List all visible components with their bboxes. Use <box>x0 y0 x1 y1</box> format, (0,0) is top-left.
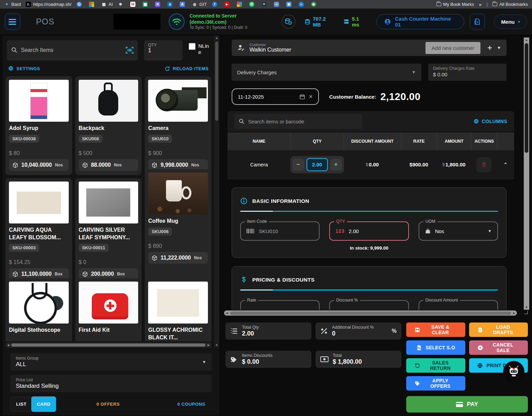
product-card[interactable]: Adol Syrup SKU-00038 $ 80 10,040.0000 No… <box>5 76 72 175</box>
bookmark-item[interactable]: M <box>130 2 137 7</box>
bookmark-item[interactable]: ✆ <box>249 2 256 7</box>
sale-date-field[interactable]: 11-12-2025 ✕ <box>232 88 319 105</box>
view-list-toggle[interactable]: LIST <box>10 397 32 412</box>
bookmark-item[interactable]: f <box>212 2 219 7</box>
scroll-right-arrow[interactable]: ► <box>207 343 210 347</box>
my-bookmarks-folder[interactable]: My Book Marks <box>436 2 474 7</box>
bookmark-item[interactable]: ◉ <box>286 2 293 7</box>
bookmark-item[interactable]: ▶ <box>224 2 232 7</box>
bookmark-item[interactable]: o <box>167 2 175 7</box>
discount-percent-field[interactable]: Discount % <box>329 300 409 310</box>
scroll-left-arrow[interactable]: ◄ <box>225 311 229 315</box>
bookmark-item[interactable]: ▼ <box>299 2 306 7</box>
product-card[interactable]: CARVING SILVER LEAF SYMPHONY... SKU-0001… <box>75 178 142 284</box>
bookmark-item[interactable]: r. https://roadmap.sh/ <box>26 2 71 7</box>
reload-items-button[interactable]: RELOAD ITEMS <box>165 66 209 72</box>
sales-return-button[interactable]: SALES RETURN <box>406 358 465 373</box>
scroll-up-arrow[interactable]: ▲ <box>525 38 528 42</box>
bookmark-item[interactable]: ✾ <box>118 2 125 7</box>
bookmark-item[interactable] <box>237 2 244 7</box>
item-search-box[interactable] <box>7 40 138 60</box>
delivery-charges-rate-field[interactable]: Delivery Charges Rate $ 0.00 <box>428 64 507 81</box>
cancel-sale-button[interactable]: CANCEL SALE <box>469 340 528 355</box>
product-card[interactable]: Backpack SKU008 $ 500 88.0000 Nos <box>75 76 142 175</box>
cash-counter-selector[interactable]: Cash Counter Machine 01 <box>376 14 464 29</box>
cart-table-row[interactable]: Camera − 2.00 + $ 0.00 <box>228 150 514 179</box>
qty-decrease-button[interactable]: − <box>292 159 304 171</box>
cart-search-box[interactable] <box>234 114 362 129</box>
scrollbar-thumb[interactable] <box>215 42 218 121</box>
delete-row-button[interactable] <box>476 157 491 172</box>
menu-button[interactable]: Menu ▾ <box>494 14 527 29</box>
bookmark-item[interactable]: ▦ AI <box>101 2 113 7</box>
qty-field[interactable]: QTY 123 2.00 <box>329 221 409 241</box>
default-qty-field[interactable]: QTY <box>144 40 182 60</box>
bookmark-item[interactable]: </> <box>274 2 281 7</box>
bookmark-item[interactable]: ✕ <box>155 2 162 7</box>
scroll-left-arrow[interactable]: ◄ <box>7 343 10 347</box>
items-horizontal-scrollbar[interactable]: ◄ ► <box>5 342 211 348</box>
product-card[interactable]: Camera SKU010 $ 900 9,998.0000 Nos <box>145 76 211 175</box>
cart-search-input[interactable] <box>248 119 358 124</box>
wifi-status-icon[interactable] <box>169 13 185 30</box>
price-list-select[interactable]: Price List Standard Selling <box>10 375 212 392</box>
select-so-button[interactable]: SELECT S.O <box>406 340 465 355</box>
collapse-row-chevron[interactable]: ⌃ <box>503 162 507 167</box>
items-vertical-scrollbar[interactable]: ▲ ▼ <box>214 35 219 348</box>
additional-discount-card[interactable]: Additional Discount % 0 % <box>315 322 401 340</box>
product-card[interactable]: Digital Stethoscope <box>5 278 72 341</box>
product-card[interactable]: CARVING AQUA LEAFY BLOSSOM... SKU-00003 … <box>5 178 72 284</box>
bookmark-item[interactable]: G <box>77 2 84 7</box>
items-group-select[interactable]: Items Group ALL ▼ <box>10 353 212 371</box>
documents-button[interactable] <box>470 14 485 30</box>
product-card[interactable]: Coffee Mug SKU006 $ 890 11,222.0000 Nos <box>145 169 211 284</box>
customer-select[interactable]: Customer Walkin Customer Add new custome… <box>232 40 507 56</box>
add-new-customer-button[interactable]: Add new customer <box>425 42 480 54</box>
load-drafts-button[interactable]: LOAD DRAFTS <box>469 322 528 337</box>
pay-button[interactable]: PAY <box>406 396 528 413</box>
resize-grip[interactable] <box>524 311 528 314</box>
offers-badge[interactable]: 0 OFFERS <box>97 402 120 407</box>
bookmark-item[interactable] <box>89 2 96 7</box>
view-card-toggle[interactable]: CARD <box>31 396 56 412</box>
scroll-right-arrow[interactable]: ► <box>512 311 516 315</box>
scroll-down-arrow[interactable]: ▼ <box>525 306 528 309</box>
apply-offers-button[interactable]: APPLY OFFERS <box>406 376 465 391</box>
delivery-charges-select[interactable]: Delivery Charges ▼ <box>232 64 421 81</box>
bookmark-item[interactable]: ◍ GIT <box>192 2 207 7</box>
product-card[interactable]: First Aid Kit <box>75 278 142 341</box>
customer-dropdown-chevron[interactable]: ▼ <box>497 45 501 50</box>
bookmark-item[interactable]: ✦ Bard <box>4 2 21 7</box>
qty-increase-button[interactable]: + <box>330 159 342 171</box>
sale-vertical-scrollbar[interactable]: ▲ ▼ <box>524 37 529 310</box>
settings-button[interactable]: ⚙ SETTINGS <box>8 66 40 72</box>
sync-history-icon[interactable] <box>281 14 296 29</box>
item-code-field[interactable]: Item Code SKU010 <box>240 221 320 241</box>
search-items-input[interactable] <box>21 47 122 53</box>
scroll-up-arrow[interactable]: ▲ <box>215 36 218 40</box>
rate-field[interactable]: Rate <box>240 300 320 310</box>
clear-date-icon[interactable]: ✕ <box>309 94 313 99</box>
sale-horizontal-scrollbar[interactable]: ◄ ► <box>224 310 517 316</box>
scroll-down-arrow[interactable]: ▼ <box>215 343 218 347</box>
nline-checkbox[interactable]: NLine <box>189 40 211 55</box>
chatbot-button[interactable] <box>503 361 524 382</box>
nline-checkbox-input[interactable] <box>189 43 196 50</box>
qty-value[interactable]: 2.00 <box>307 158 328 171</box>
all-bookmarks-button[interactable]: All Bookmarks <box>492 2 528 7</box>
add-customer-plus-button[interactable]: + <box>487 44 492 52</box>
discount-amount-field[interactable]: Discount Amount <box>419 300 498 310</box>
scrollbar-thumb[interactable] <box>524 43 529 153</box>
bookmark-item[interactable]: ◉ <box>311 2 318 7</box>
bookmark-item[interactable]: ▣ <box>143 2 150 7</box>
bookmarks-overflow-chevrons[interactable]: » <box>479 1 481 7</box>
qty-input[interactable] <box>148 47 178 54</box>
columns-button[interactable]: ⚙ COLUMNS <box>474 119 507 124</box>
bookmark-item[interactable]: A <box>180 2 187 7</box>
uom-field[interactable]: UOM Nos ▼ <box>419 221 498 241</box>
hamburger-menu-button[interactable] <box>5 13 20 30</box>
product-card[interactable]: GLOSSY ACHROMIC BLACK IT... <box>145 278 211 341</box>
save-clear-button[interactable]: SAVE & CLEAR <box>406 322 465 337</box>
scrollbar-thumb[interactable] <box>11 343 206 347</box>
bookmark-item[interactable]: ✳ <box>262 2 269 7</box>
